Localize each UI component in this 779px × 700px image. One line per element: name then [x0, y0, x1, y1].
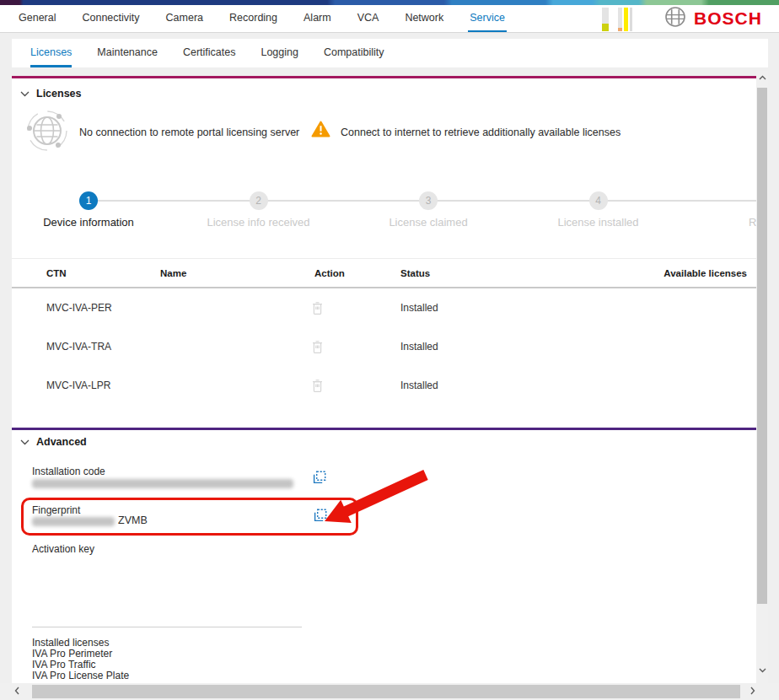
- tab-logging[interactable]: Logging: [261, 39, 298, 67]
- col-header-available-licenses: Available licenses: [653, 268, 756, 278]
- installed-license-item: IVA Pro License Plate: [32, 670, 129, 681]
- chevron-down-icon: [20, 439, 30, 445]
- table-header-row: CTN Name Action Status Available license…: [12, 259, 756, 288]
- globe-offline-icon: [25, 109, 69, 155]
- table-row: MVC-IVA-PER Installed: [12, 288, 756, 327]
- ctn-cell: MVC-IVA-TRA: [46, 341, 160, 353]
- licenses-page-panel: Licenses No connection to remote portal …: [12, 76, 756, 684]
- col-header-action: Action: [314, 268, 400, 278]
- tab-licenses[interactable]: Licenses: [30, 39, 72, 67]
- status-cell: Installed: [400, 380, 653, 391]
- nav-tab-recording[interactable]: Recording: [228, 5, 279, 32]
- fingerprint-value-redacted: [32, 517, 115, 526]
- nav-tab-vca[interactable]: VCA: [356, 5, 381, 32]
- license-table: CTN Name Action Status Available license…: [12, 258, 756, 405]
- col-header-status: Status: [400, 268, 653, 278]
- status-cell: Installed: [400, 302, 653, 314]
- delete-license-button[interactable]: [311, 339, 400, 354]
- warning-message-text: Connect to internet to retrieve addition…: [341, 127, 621, 138]
- ctn-cell: MVC-IVA-PER: [46, 302, 160, 314]
- load-gauge-1: [602, 8, 609, 31]
- installed-licenses-list: IVA Pro Perimeter IVA Pro Traffic IVA Pr…: [32, 649, 129, 681]
- connection-status-text: No connection to remote portal licensing…: [79, 127, 299, 138]
- step-circle-4: 4: [589, 191, 608, 210]
- advanced-section-title: Advanced: [36, 436, 87, 448]
- copy-fingerprint-button[interactable]: [314, 509, 327, 522]
- advanced-section-header[interactable]: Advanced: [20, 436, 87, 448]
- installed-licenses-label: Installed licenses: [32, 637, 109, 649]
- service-subtabs: Licenses Maintenance Certificates Loggin…: [12, 39, 768, 67]
- step-circle-2: 2: [250, 191, 268, 210]
- vertical-scrollbar[interactable]: [756, 71, 768, 683]
- step-circle-1: 1: [79, 191, 98, 210]
- load-gauge-4: [630, 8, 632, 31]
- step-circle-3: 3: [419, 191, 438, 210]
- step-label-license-installed: License installed: [557, 216, 638, 229]
- installation-code-label: Installation code: [32, 466, 105, 477]
- status-cell: Installed: [400, 341, 653, 353]
- scroll-left-arrow-icon[interactable]: [14, 687, 19, 695]
- col-header-ctn: CTN: [46, 268, 160, 278]
- fingerprint-label: Fingerprint: [32, 504, 80, 516]
- delete-license-button[interactable]: [311, 378, 400, 393]
- horizontal-scrollbar[interactable]: [0, 683, 779, 700]
- step-label-license-info-received: License info received: [207, 216, 309, 229]
- step-label-license-claimed: License claimed: [389, 216, 467, 229]
- copy-installation-code-button[interactable]: [313, 471, 326, 484]
- horizontal-scrollbar-thumb[interactable]: [32, 685, 740, 698]
- nav-tab-camera[interactable]: Camera: [164, 5, 205, 32]
- scroll-up-arrow-icon[interactable]: [756, 75, 768, 80]
- table-row: MVC-IVA-TRA Installed: [12, 327, 756, 366]
- chevron-down-icon: [20, 91, 30, 97]
- scroll-right-arrow-icon[interactable]: [750, 687, 755, 695]
- warning-triangle-icon: [311, 121, 330, 140]
- activation-key-input[interactable]: [32, 556, 310, 623]
- licenses-section-title: Licenses: [36, 88, 82, 100]
- licenses-section-header[interactable]: Licenses: [20, 88, 82, 100]
- fingerprint-value-suffix: ZVMB: [118, 514, 148, 526]
- load-gauge-3: [624, 8, 628, 31]
- nav-tab-general[interactable]: General: [17, 5, 57, 32]
- bosch-anchor-logo-icon: [664, 6, 686, 30]
- col-header-name: Name: [160, 268, 314, 278]
- scroll-down-arrow-icon[interactable]: [756, 668, 768, 673]
- nav-tab-connectivity[interactable]: Connectivity: [80, 5, 141, 32]
- load-gauge-2: [618, 8, 622, 31]
- tab-maintenance[interactable]: Maintenance: [97, 39, 158, 67]
- bosch-wordmark: BOSCH: [694, 8, 762, 29]
- step-label-device-information: Device information: [43, 216, 134, 229]
- license-stepper: 1 2 3 4 Device information License info …: [12, 184, 756, 243]
- step-label-truncated: R: [749, 216, 756, 229]
- installed-licenses-divider: [32, 627, 302, 627]
- table-row: MVC-IVA-LPR Installed: [12, 366, 756, 405]
- installation-code-value-redacted: [32, 479, 293, 488]
- tab-certificates[interactable]: Certificates: [183, 39, 236, 67]
- ctn-cell: MVC-IVA-LPR: [46, 380, 160, 391]
- nav-tab-alarm[interactable]: Alarm: [302, 5, 333, 32]
- nav-tab-service[interactable]: Service: [468, 5, 507, 32]
- tab-compatibility[interactable]: Compatibility: [324, 39, 384, 67]
- delete-license-button[interactable]: [311, 300, 400, 315]
- main-navbar: General Connectivity Camera Recording Al…: [0, 5, 779, 33]
- nav-tab-network[interactable]: Network: [403, 5, 445, 32]
- activation-key-label: Activation key: [32, 543, 94, 555]
- advanced-section-rule: [12, 428, 756, 430]
- vertical-scrollbar-thumb[interactable]: [757, 88, 767, 604]
